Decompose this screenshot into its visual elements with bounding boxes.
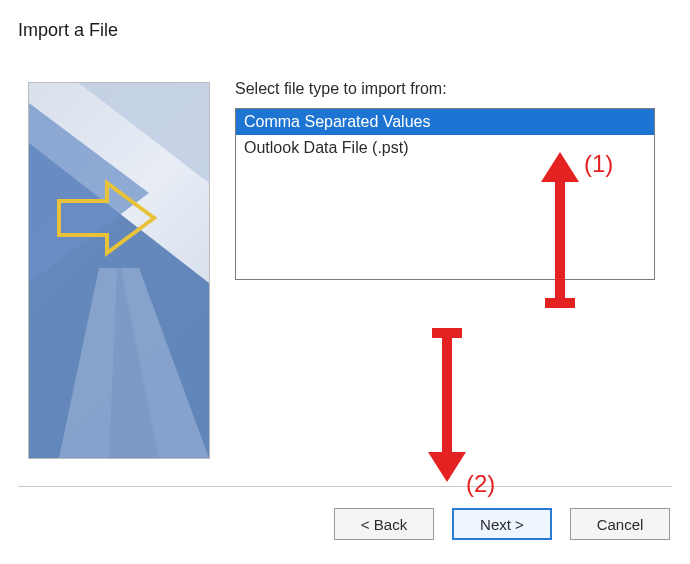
back-button[interactable]: < Back	[334, 508, 434, 540]
cancel-button[interactable]: Cancel	[570, 508, 670, 540]
wizard-button-row: < Back Next > Cancel	[0, 508, 670, 540]
separator	[18, 486, 672, 487]
annotation-2-label: (2)	[466, 470, 495, 498]
list-label: Select file type to import from:	[235, 80, 447, 98]
dialog-title: Import a File	[18, 20, 118, 41]
file-type-option-pst[interactable]: Outlook Data File (.pst)	[236, 135, 654, 161]
wizard-graphic	[28, 82, 210, 459]
import-file-dialog: Import a File Select file type to import…	[0, 0, 690, 564]
file-type-option-csv[interactable]: Comma Separated Values	[236, 109, 654, 135]
next-button[interactable]: Next >	[452, 508, 552, 540]
file-type-listbox[interactable]: Comma Separated Values Outlook Data File…	[235, 108, 655, 280]
